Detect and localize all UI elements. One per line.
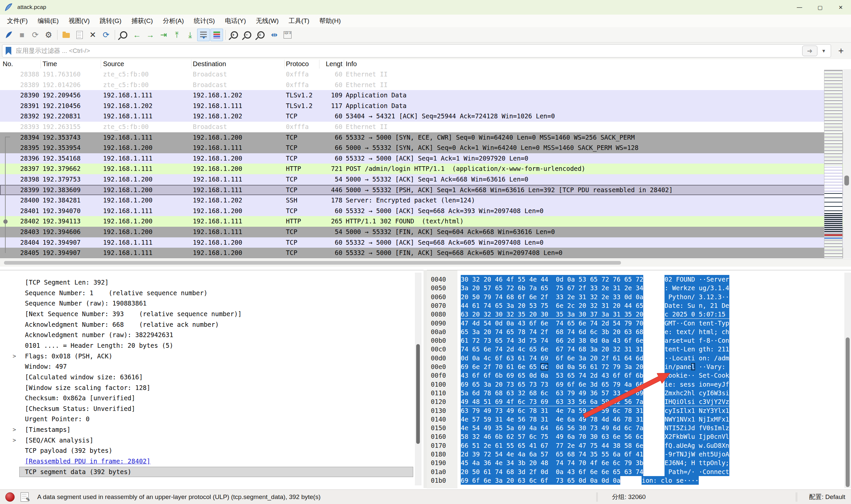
hex-bytes[interactable]: 5a 6d 78 68 63 32 68 6c 63 79 49 36 57 3… — [461, 389, 643, 397]
hex-row-0170[interactable]: 017066 51 2e 61 55 65 41 67 77 2e 47 75 … — [427, 441, 729, 450]
packet-row-28405[interactable]: 28405192.394907192.168.1.111192.168.1.20… — [0, 248, 851, 258]
hex-row-01a0[interactable]: 01a020 50 61 74 68 3d 2f 0d 0a 43 6f 6e … — [427, 467, 729, 476]
hex-bytes[interactable]: 69 65 3a 20 73 65 73 73 69 6f 6e 3d 65 7… — [461, 380, 643, 389]
packet-row-28390[interactable]: 28390192.209456192.168.1.111192.168.1.20… — [0, 90, 851, 101]
capture-comment-icon[interactable] — [21, 492, 29, 502]
detail-line[interactable]: TCP payload (392 bytes) — [19, 446, 413, 456]
detail-selected-field[interactable]: TCP segment data (392 bytes) — [19, 467, 413, 478]
packet-row-28401[interactable]: 28401192.394070192.168.1.111192.168.1.20… — [0, 206, 851, 216]
detail-line[interactable]: [TCP Segment Len: 392] — [19, 277, 413, 288]
menu-item-10[interactable]: 帮助(H) — [314, 15, 346, 27]
hex-row-0100[interactable]: 010069 65 3a 20 73 65 73 73 69 6f 6e 3d … — [427, 380, 729, 389]
intelligent-scrollbar-minimap[interactable] — [824, 70, 843, 259]
detail-line[interactable]: >Flags: 0x018 (PSH, ACK) — [19, 351, 413, 362]
column-divider[interactable] — [40, 60, 41, 69]
reload-file-button[interactable]: ⟳ — [100, 29, 112, 41]
hex-row-0080[interactable]: 008063 20 32 30 32 35 20 30 35 3a 30 37 … — [427, 310, 729, 319]
menu-item-1[interactable]: 编辑(E) — [33, 15, 64, 27]
detail-line[interactable]: Acknowledgment number (raw): 3822942631 — [19, 330, 413, 340]
hex-bytes[interactable]: 45 4a 36 4e 34 3b 20 48 74 74 70 4f 6e 6… — [461, 458, 643, 467]
detail-line[interactable]: Sequence Number: 1 (relative sequence nu… — [19, 288, 413, 299]
hex-ascii[interactable]: X2FkbWlu Ijp0cnVl — [665, 432, 729, 441]
filter-dropdown-chevron-icon[interactable]: ▼ — [819, 46, 829, 56]
hex-row-00c0[interactable]: 00c074 65 6e 74 2d 4c 65 6e 67 74 68 3a … — [427, 345, 729, 354]
details-scrollbar[interactable] — [415, 273, 421, 485]
colorize-button[interactable] — [211, 29, 223, 41]
packet-list-hscrollbar[interactable] — [0, 259, 851, 267]
menu-item-9[interactable]: 工具(T) — [284, 15, 314, 27]
hex-row-0180[interactable]: 01802d 39 72 54 4e 4a 6a 57 65 68 74 35 … — [427, 450, 729, 458]
column-header-lengt[interactable]: Lengt — [314, 60, 342, 68]
display-filter-box[interactable]: ➜ ▼ — [2, 44, 831, 57]
hex-row-0110[interactable]: 01105a 6d 78 68 63 32 68 6c 63 79 49 36 … — [427, 389, 729, 397]
column-header-info[interactable]: Info — [346, 60, 357, 68]
start-capture-button[interactable] — [2, 29, 15, 41]
column-header-source[interactable]: Source — [103, 60, 124, 68]
hex-bytes[interactable]: 49 48 51 69 4f 6c 73 69 63 33 56 6a 59 3… — [461, 397, 643, 406]
open-file-button[interactable] — [60, 29, 72, 41]
detail-line[interactable]: Checksum: 0x862a [unverified] — [19, 393, 413, 403]
zoom-out-button[interactable]: − — [241, 29, 254, 41]
hex-bytes[interactable]: 4e 54 49 35 5a 69 4a 64 66 56 30 73 49 6… — [461, 424, 643, 432]
packet-row-28400[interactable]: 28400192.384281192.168.1.200192.168.1.20… — [0, 195, 851, 206]
hex-row-0060[interactable]: 006020 50 79 74 68 6f 6e 2f 33 2e 31 32 … — [427, 292, 729, 301]
column-layout-button[interactable]: 1|2 3 — [281, 29, 294, 41]
column-header-no[interactable]: No. — [3, 60, 13, 68]
packet-row-28394[interactable]: 28394192.353743192.168.1.111192.168.1.20… — [0, 132, 851, 143]
hex-bytes[interactable]: 30 32 20 46 4f 55 4e 44 0d 0a 53 65 72 7… — [461, 275, 643, 284]
detail-line[interactable]: >[SEQ/ACK analysis] — [19, 435, 413, 446]
hex-ascii[interactable]: Zmxhc2hl cyI6W3si — [665, 389, 729, 397]
hex-row-0190[interactable]: 019045 4a 36 4e 34 3b 20 48 74 74 70 4f … — [427, 458, 729, 467]
menu-item-6[interactable]: 统计(S) — [189, 15, 220, 27]
hex-ascii[interactable]: Cookie·· Set-Cook — [665, 371, 729, 380]
go-to-packet-button[interactable]: ⇥ — [157, 29, 170, 41]
hex-ascii[interactable]: IHQiOlsi c3VjY2Vz — [665, 397, 729, 406]
capture-options-button[interactable]: ⚙ — [42, 29, 55, 41]
hex-bytes[interactable]: 2d 39 72 54 4e 4a 6a 57 65 68 74 35 55 6… — [461, 450, 643, 458]
packet-row-28403[interactable]: 28403192.394606192.168.1.200192.168.1.11… — [0, 227, 851, 237]
hex-bytes[interactable]: 47 4d 54 0d 0a 43 6f 6e 74 65 6e 74 2d 5… — [461, 319, 643, 327]
close-button[interactable]: ✕ — [830, 0, 851, 15]
hex-ascii[interactable]: tent-Len gth: 211 — [665, 345, 729, 354]
detail-line[interactable]: [Checksum Status: Unverified] — [19, 403, 413, 414]
hex-ascii[interactable]: NWY1NVx1 NjIxMFx1 — [665, 415, 729, 424]
go-back-button[interactable]: ← — [131, 29, 143, 41]
hex-ascii[interactable]: in/panel ··Vary: — [665, 362, 729, 371]
hex-bytes[interactable]: 20 50 79 74 68 6f 6e 2f 33 2e 31 32 2e 3… — [461, 292, 643, 301]
resize-columns-button[interactable]: ⇹ — [268, 29, 280, 41]
hex-ascii[interactable]: cyIsIlx1 NzY3Ylx1 — [665, 406, 729, 415]
auto-scroll-button[interactable] — [197, 29, 210, 41]
go-bottom-button[interactable]: ⤓ — [184, 29, 197, 41]
hex-ascii[interactable]: ion: clo se···· — [641, 476, 699, 485]
add-filter-button[interactable]: + — [834, 45, 848, 56]
display-filter-input[interactable] — [15, 47, 802, 55]
hex-row-0120[interactable]: 012049 48 51 69 4f 6c 73 69 63 33 56 6a … — [427, 397, 729, 406]
hex-scrollbar[interactable] — [844, 273, 851, 488]
expand-chevron-icon[interactable]: > — [13, 435, 16, 446]
hex-row-00f0[interactable]: 00f043 6f 6f 6b 69 65 0d 0a 53 65 74 2d … — [427, 371, 729, 380]
hex-bytes[interactable]: 44 61 74 65 3a 20 53 75 6e 2c 20 32 31 2… — [461, 301, 643, 310]
hex-ascii[interactable]: Date: Su n, 21 De — [665, 301, 729, 310]
detail-line[interactable]: Sequence Number (raw): 190883861 — [19, 298, 413, 309]
zoom-in-button[interactable]: + — [228, 29, 241, 41]
save-file-button[interactable] — [73, 29, 86, 41]
hex-ascii[interactable]: c 2025 0 5:07:15 — [665, 310, 729, 319]
column-divider[interactable] — [344, 60, 344, 69]
restart-capture-button[interactable]: ⟳ — [29, 29, 41, 41]
detail-line[interactable]: [Next Sequence Number: 393 (relative seq… — [19, 309, 413, 320]
menu-item-2[interactable]: 视图(V) — [64, 15, 95, 27]
detail-line[interactable]: [Window size scaling factor: 128] — [19, 383, 413, 393]
hex-ascii[interactable]: ··Locati on: /adm — [665, 354, 729, 362]
packet-row-28395[interactable]: 28395192.353954192.168.1.200192.168.1.11… — [0, 143, 851, 153]
packet-row-28404[interactable]: 28404192.394907192.168.1.111192.168.1.20… — [0, 237, 851, 248]
minimize-button[interactable]: — — [789, 0, 810, 15]
hex-row-00a0[interactable]: 00a065 3a 20 74 65 78 74 2f 68 74 6d 6c … — [427, 327, 729, 336]
hex-row-0160[interactable]: 016058 32 46 6b 62 57 6c 75 49 6a 70 30 … — [427, 432, 729, 441]
detail-line[interactable]: Window: 497 — [19, 361, 413, 372]
packet-row-28391[interactable]: 28391192.210456192.168.1.202192.168.1.11… — [0, 101, 851, 111]
hex-bytes[interactable]: 4e 57 59 31 4e 56 78 31 4e 6a 49 78 4d 4… — [461, 415, 643, 424]
packet-row-28393[interactable]: 28393192.263155zte_c5:fb:00Broadcast0xff… — [0, 122, 851, 132]
go-top-button[interactable]: ⤒ — [170, 29, 183, 41]
expand-chevron-icon[interactable]: > — [13, 425, 16, 435]
hex-row-0140[interactable]: 01404e 57 59 31 4e 56 78 31 4e 6a 49 78 … — [427, 415, 729, 424]
